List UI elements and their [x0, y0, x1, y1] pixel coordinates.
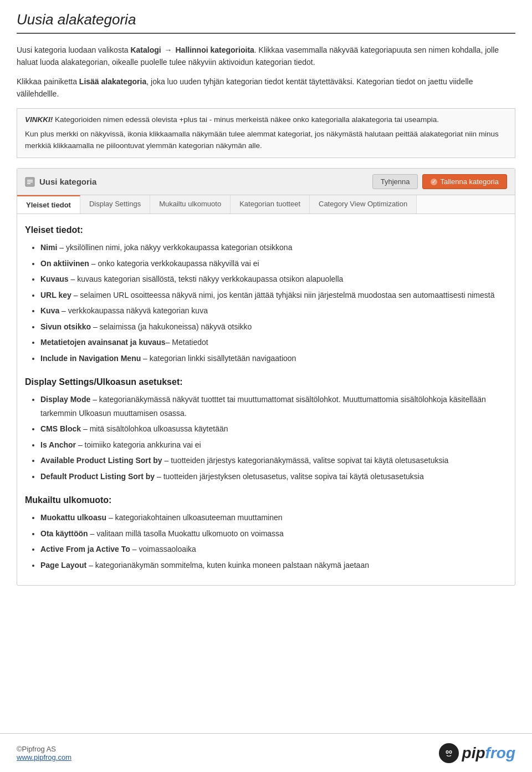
list-item-text: – valitaan millä tasolla Muokattu ulkomu…	[88, 529, 284, 538]
list-item-bold: Muokattu ulkoasu	[40, 513, 106, 522]
list-item-bold: Kuva	[40, 306, 59, 315]
list-item-bold: On aktiivinen	[40, 259, 89, 268]
list-item-bold: Kuvaus	[40, 275, 69, 283]
list-item: Nimi – yksilöllinen nimi, joka näkyy ver…	[40, 241, 507, 255]
list-item: Metatietojen avainsanat ja kuvaus– Metat…	[40, 336, 507, 349]
list-item-text: – kategorianäkymässä näkyvät tuotttet ta…	[40, 395, 486, 418]
section-heading-0: Yleiset tiedot:	[25, 225, 507, 235]
vinkki-line-2: Kun plus merkki on näkyvissä, ikonia kli…	[25, 129, 507, 152]
content-area: Yleiset tiedot:Nimi – yksilöllinen nimi,…	[17, 214, 515, 585]
footer-logo: pipfrog	[439, 743, 515, 763]
list-item-bold: Nimi	[40, 243, 57, 252]
form-area: Uusi kategoria Tyhjenna ✓ Tallenna kateg…	[17, 168, 515, 586]
svg-point-4	[443, 748, 454, 759]
footer-link[interactable]: www.pipfrog.com	[17, 753, 71, 761]
list-item: Page Layout – kategorianäkymän sommitelm…	[40, 558, 507, 572]
section-heading-1: Display Settings/Ulkoasun asetukset:	[25, 377, 507, 387]
list-item: Is Anchor – toimiiko kategoria ankkurina…	[40, 438, 507, 452]
list-item-text: – Metatiedot	[166, 338, 208, 347]
form-title-text: Uusi kategoria	[39, 177, 96, 186]
btn-group: Tyhjenna ✓ Tallenna kategoria	[372, 174, 507, 189]
list-item-text: – mitä sisältölohkoa ulkoasussa käytetää…	[81, 424, 228, 433]
section-list-0: Nimi – yksilöllinen nimi, joka näkyy ver…	[25, 241, 507, 365]
tab-kategorian-tuotteet[interactable]: Kategorian tuotteet	[231, 195, 310, 214]
check-icon: ✓	[431, 179, 437, 185]
list-item: Sivun otsikko – selaimissa (ja hakukonei…	[40, 320, 507, 334]
list-item-text: – kategoriakohtainen ulkoasuteeman muutt…	[106, 513, 283, 522]
list-item: Kuva – verkkokaupassa näkyvä kategorian …	[40, 304, 507, 318]
vinkki-line-1: VINKKI! Kategorioiden nimen edessä olevi…	[25, 114, 507, 126]
list-item-bold: Include in Navigation Menu	[40, 354, 141, 363]
list-item-bold: Page Layout	[40, 561, 86, 570]
list-item-text: – kategorianäkymän sommitelma, kuten kui…	[86, 561, 369, 570]
list-item-text: – selaimen URL osoitteessa näkyvä nimi, …	[71, 291, 495, 299]
intro-paragraph-2: Klikkaa painiketta Lisää alakategoria, j…	[17, 75, 515, 100]
tab-yleiset-tiedot[interactable]: Yleiset tiedot	[17, 195, 80, 214]
pipfrog-logo-svg	[443, 747, 455, 759]
arrow-icon: →	[165, 44, 172, 56]
list-item-text: – onko kategoria verkkokaupassa näkyvill…	[89, 259, 259, 268]
list-item-bold: Active From ja Active To	[40, 545, 130, 553]
section-heading-2: Mukailtu ulkomuoto:	[25, 495, 507, 505]
footer: ©Pipfrog AS www.pipfrog.com pipfrog	[0, 733, 532, 772]
list-item: On aktiivinen – onko kategoria verkkokau…	[40, 257, 507, 271]
hallinnoi-bold: Hallinnoi kategorioita	[175, 45, 254, 54]
tab-category-view-optimization[interactable]: Category View Optimization	[310, 195, 417, 214]
form-icon	[25, 177, 35, 187]
logo-icon	[439, 743, 459, 763]
list-item: Display Mode – kategorianäkymässä näkyvä…	[40, 393, 507, 420]
list-item-text: – toimiiko kategoria ankkurina vai ei	[76, 440, 201, 449]
list-item-bold: URL key	[40, 291, 71, 299]
list-item: Ota käyttöön – valitaan millä tasolla Mu…	[40, 527, 507, 541]
list-item-text: – voimassaoloaika	[130, 545, 196, 553]
form-header-title: Uusi kategoria	[25, 177, 96, 187]
section-list-2: Muokattu ulkoasu – kategoriakohtainen ul…	[25, 511, 507, 572]
list-item-bold: Is Anchor	[40, 440, 76, 449]
list-item: Kuvaus – kuvaus kategorian sisällöstä, t…	[40, 272, 507, 286]
tab-display-settings[interactable]: Display Settings	[80, 195, 150, 214]
footer-left: ©Pipfrog AS www.pipfrog.com	[17, 745, 71, 761]
logo-text: pipfrog	[462, 744, 515, 762]
list-item-text: – kuvaus kategorian sisällöstä, teksti n…	[69, 275, 344, 283]
intro-paragraph-1: Uusi kategoria luodaan valikosta Katalog…	[17, 44, 515, 69]
list-item-text: – kategorian linkki sisällytetään naviga…	[141, 354, 296, 363]
vinkki-label: VINKKI!	[25, 115, 53, 124]
page-wrapper: Uusia alakategoria Uusi kategoria luodaa…	[0, 0, 532, 641]
list-item: URL key – selaimen URL osoitteessa näkyv…	[40, 288, 507, 302]
section-list-1: Display Mode – kategorianäkymässä näkyvä…	[25, 393, 507, 483]
list-item-bold: CMS Block	[40, 424, 81, 433]
list-item: Muokattu ulkoasu – kategoriakohtainen ul…	[40, 511, 507, 525]
lisaa-bold: Lisää alakategoria	[79, 77, 146, 86]
list-item-text: – tuotteiden järjestyksen oletusasetus, …	[155, 472, 424, 481]
footer-copyright: ©Pipfrog AS	[17, 745, 71, 753]
svg-point-8	[449, 751, 451, 753]
katalogi-bold: Katalogi	[130, 45, 161, 54]
clear-button[interactable]: Tyhjenna	[372, 174, 418, 189]
list-item-text: – selaimissa (ja hakukoneissa) näkyvä ot…	[91, 322, 252, 331]
list-item-text: – yksilöllinen nimi, joka näkyy verkkoka…	[57, 243, 292, 252]
list-item-bold: Metatietojen avainsanat ja kuvaus	[40, 338, 166, 347]
list-item-bold: Default Product Listing Sort by	[40, 472, 155, 481]
list-item: Default Product Listing Sort by – tuotte…	[40, 470, 507, 484]
list-item-bold: Sivun otsikko	[40, 322, 91, 331]
tabs-row: Yleiset tiedot Display Settings Mukailtu…	[17, 195, 515, 214]
save-button-label: Tallenna kategoria	[440, 177, 499, 186]
list-item-text: – tuotteiden järjestys kategorianäkymäss…	[162, 456, 449, 465]
vinkki-box: VINKKI! Kategorioiden nimen edessä olevi…	[17, 108, 515, 159]
form-header: Uusi kategoria Tyhjenna ✓ Tallenna kateg…	[17, 169, 515, 195]
tab-mukailtu-ulkomuoto[interactable]: Mukailtu ulkomuoto	[150, 195, 231, 214]
list-item-bold: Display Mode	[40, 395, 90, 404]
save-button[interactable]: ✓ Tallenna kategoria	[422, 174, 507, 189]
list-item-bold: Available Product Listing Sort by	[40, 456, 162, 465]
list-item: CMS Block – mitä sisältölohkoa ulkoasuss…	[40, 422, 507, 436]
svg-point-7	[446, 751, 447, 753]
list-item: Active From ja Active To – voimassaoloai…	[40, 542, 507, 556]
page-title: Uusia alakategoria	[17, 11, 515, 34]
list-item: Available Product Listing Sort by – tuot…	[40, 454, 507, 468]
list-item-bold: Ota käyttöön	[40, 529, 88, 538]
list-item: Include in Navigation Menu – kategorian …	[40, 352, 507, 365]
list-item-text: – verkkokaupassa näkyvä kategorian kuva	[59, 306, 208, 315]
